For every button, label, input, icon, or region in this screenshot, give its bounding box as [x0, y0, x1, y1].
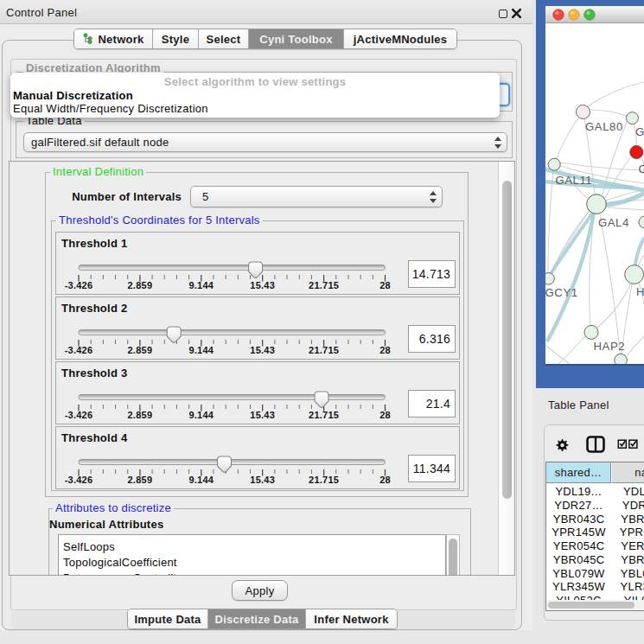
- svg-text:2.859: 2.859: [128, 410, 153, 420]
- svg-text:GAL4: GAL4: [598, 216, 629, 229]
- svg-text:9.144: 9.144: [188, 345, 214, 355]
- svg-text:-3.426: -3.426: [65, 345, 93, 355]
- svg-text:28: 28: [379, 410, 391, 420]
- svg-text:GAL11: GAL11: [555, 174, 592, 187]
- svg-text:HI: HI: [636, 285, 644, 298]
- svg-text:21.715: 21.715: [309, 280, 339, 290]
- svg-text:21.715: 21.715: [309, 475, 339, 485]
- svg-text:15.43: 15.43: [250, 345, 275, 355]
- svg-text:-3.426: -3.426: [65, 410, 93, 420]
- svg-text:2.859: 2.859: [128, 345, 153, 355]
- svg-text:GA: GA: [635, 125, 644, 138]
- svg-text:28: 28: [379, 345, 391, 355]
- svg-text:-3.426: -3.426: [65, 280, 93, 290]
- svg-text:28: 28: [379, 280, 391, 290]
- svg-text:GCY1: GCY1: [545, 286, 578, 299]
- svg-text:21.715: 21.715: [309, 410, 339, 420]
- svg-text:2.859: 2.859: [128, 280, 153, 290]
- svg-text:HAP2: HAP2: [594, 340, 626, 353]
- svg-text:21.715: 21.715: [309, 345, 339, 355]
- svg-text:GAL80: GAL80: [585, 120, 623, 133]
- svg-text:9.144: 9.144: [188, 280, 214, 290]
- svg-text:9.144: 9.144: [188, 410, 214, 420]
- svg-text:2.859: 2.859: [128, 475, 153, 485]
- svg-text:9.144: 9.144: [188, 475, 214, 485]
- svg-text:15.43: 15.43: [250, 280, 275, 290]
- svg-text:28: 28: [379, 475, 391, 485]
- svg-text:15.43: 15.43: [250, 410, 275, 420]
- svg-text:-3.426: -3.426: [65, 475, 93, 485]
- svg-text:CY: CY: [639, 163, 644, 175]
- svg-text:15.43: 15.43: [250, 475, 275, 485]
